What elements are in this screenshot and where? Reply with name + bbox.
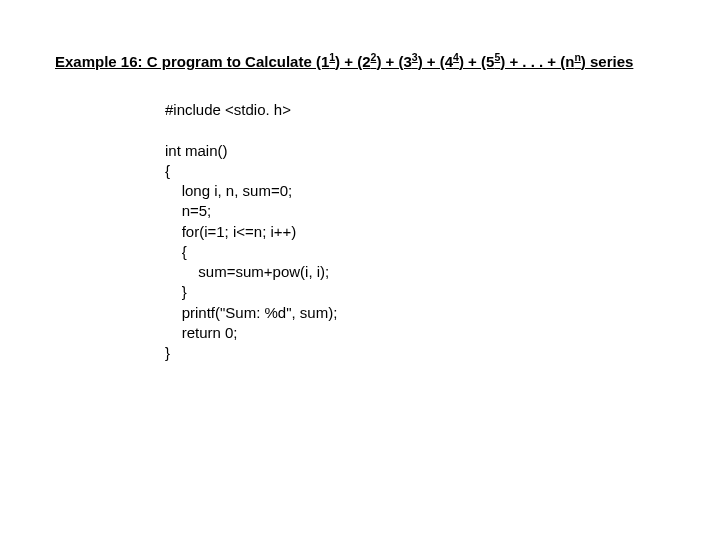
code-line: return 0;: [165, 324, 238, 341]
title-text: Example 16: C program to Calculate (11) …: [55, 53, 633, 70]
code-line: long i, n, sum=0;: [165, 182, 292, 199]
code-line: int main(): [165, 142, 228, 159]
code-line: for(i=1; i<=n; i++): [165, 223, 296, 240]
code-line: }: [165, 344, 170, 361]
code-line: }: [165, 283, 187, 300]
code-block: #include <stdio. h> int main() { long i,…: [165, 100, 665, 363]
code-line: n=5;: [165, 202, 211, 219]
example-title: Example 16: C program to Calculate (11) …: [55, 50, 665, 72]
code-line: {: [165, 243, 187, 260]
code-line: printf("Sum: %d", sum);: [165, 304, 337, 321]
code-line: sum=sum+pow(i, i);: [165, 263, 329, 280]
code-line: {: [165, 162, 170, 179]
code-line: #include <stdio. h>: [165, 101, 291, 118]
